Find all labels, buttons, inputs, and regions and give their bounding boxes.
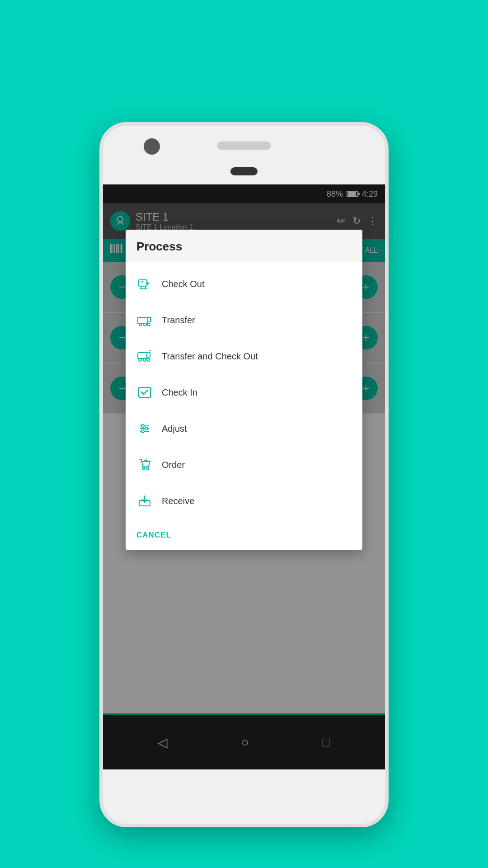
phone-screen: 88% 4:29 SITE 1 SITE 1 Location 1 ✏ ↻ ⋮ <box>103 184 385 769</box>
receive-icon <box>136 493 153 509</box>
phone-home-button <box>230 167 258 175</box>
svg-point-26 <box>147 467 149 470</box>
svg-point-25 <box>143 467 145 470</box>
dialog-overlay: Process <box>103 184 385 769</box>
checkin-icon <box>136 384 153 401</box>
svg-rect-14 <box>138 353 147 359</box>
checkout-icon <box>136 276 153 292</box>
svg-point-17 <box>147 359 150 361</box>
svg-rect-8 <box>139 280 147 286</box>
adjust-label: Adjust <box>162 424 187 434</box>
checkout-label: Check Out <box>162 279 204 289</box>
transfer-checkout-label: Transfer and Check Out <box>162 351 258 362</box>
svg-point-15 <box>139 359 141 361</box>
svg-point-16 <box>143 359 146 361</box>
svg-rect-18 <box>139 387 150 397</box>
phone-frame: 88% 4:29 SITE 1 SITE 1 Location 1 ✏ ↻ ⋮ <box>99 122 389 827</box>
phone-speaker <box>217 142 271 150</box>
dialog-item-transfer[interactable]: Transfer <box>126 302 362 338</box>
transfer-checkout-icon <box>136 348 153 364</box>
receive-label: Receive <box>162 496 194 506</box>
dialog-item-checkin[interactable]: Check In <box>126 374 362 410</box>
svg-point-23 <box>145 427 148 430</box>
dialog-cancel-area[interactable]: CANCEL <box>126 523 362 550</box>
svg-rect-10 <box>138 317 148 324</box>
svg-point-12 <box>144 323 146 326</box>
svg-point-22 <box>141 425 144 427</box>
dialog-item-adjust[interactable]: Adjust <box>126 410 362 447</box>
dialog-items: Check Out Tra <box>126 262 362 523</box>
transfer-label: Transfer <box>162 315 195 326</box>
phone-camera <box>144 138 160 155</box>
adjust-icon <box>136 420 153 437</box>
svg-point-13 <box>147 323 150 326</box>
dialog-title-bar: Process <box>126 230 362 262</box>
dialog-item-receive[interactable]: Receive <box>126 483 362 519</box>
svg-point-9 <box>141 281 143 283</box>
dialog-title: Process <box>136 240 182 253</box>
dialog-item-checkout[interactable]: Check Out <box>126 266 362 302</box>
dialog-item-transfer-checkout[interactable]: Transfer and Check Out <box>126 338 362 374</box>
svg-point-11 <box>139 323 142 326</box>
cancel-label: CANCEL <box>136 531 171 539</box>
order-label: Order <box>162 460 185 470</box>
dialog-item-order[interactable]: Order <box>126 447 362 483</box>
transfer-icon <box>136 312 153 328</box>
process-dialog: Process <box>126 230 362 550</box>
checkin-label: Check In <box>162 387 197 398</box>
svg-point-24 <box>141 430 144 433</box>
order-icon <box>136 457 153 473</box>
